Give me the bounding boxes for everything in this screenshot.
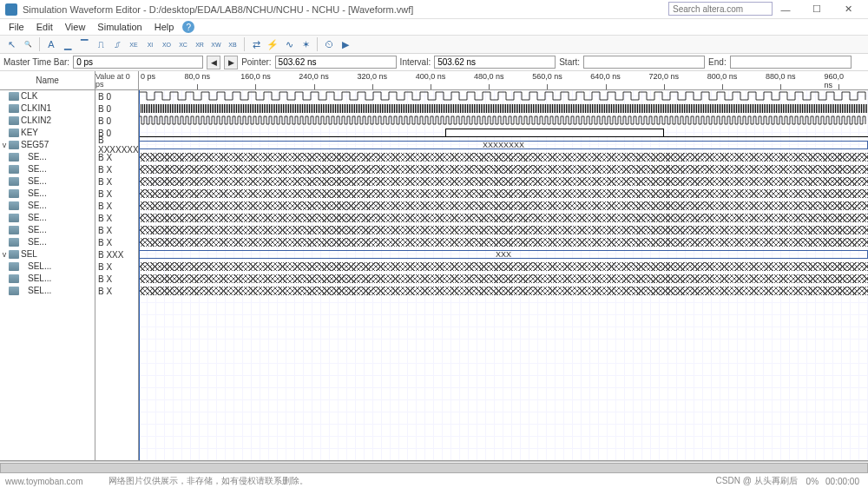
toolbar-rand1-icon[interactable]: ⚡ [265, 36, 280, 52]
signal-name: SEG57 [21, 140, 95, 149]
close-button[interactable]: ✕ [833, 2, 863, 17]
toolbar-rand2-icon[interactable]: ∿ [281, 36, 297, 52]
toolbar-run-icon[interactable]: ▶ [338, 36, 353, 52]
waveform-row[interactable] [139, 151, 868, 163]
toolbar-wave-a-icon[interactable]: ▁ [60, 36, 76, 52]
signal-row[interactable]: SE... [0, 188, 95, 200]
signal-icon [9, 165, 19, 174]
toolbar-xc-icon[interactable]: XC [175, 36, 191, 52]
toolbar-xb-icon[interactable]: XB [225, 36, 240, 52]
menu-edit[interactable]: Edit [31, 22, 58, 32]
waveform-row[interactable] [139, 115, 868, 127]
time-cursor[interactable] [139, 90, 140, 460]
toolbar-wave-b-icon[interactable]: ▔ [76, 36, 92, 52]
signal-value: B X [95, 175, 138, 188]
signal-value: B 0 [95, 115, 138, 127]
signal-icon [9, 262, 19, 271]
signal-row[interactable]: KEY [0, 127, 95, 139]
start-input[interactable] [583, 56, 705, 69]
toolbar-zoom-icon[interactable]: 🔍 [20, 36, 36, 52]
signal-row[interactable]: SE... [0, 200, 95, 212]
signal-row[interactable]: SE... [0, 163, 95, 175]
signal-name-panel: Name CLKCLKIN1CLKIN2KEYvSEG57SE...SE...S… [0, 71, 95, 460]
master-time-input[interactable] [73, 56, 203, 69]
waveform-row[interactable] [139, 90, 868, 102]
menu-simulation[interactable]: Simulation [92, 22, 147, 32]
menu-file[interactable]: File [3, 22, 30, 32]
toolbar-text-icon[interactable]: A [43, 36, 59, 52]
help-icon[interactable]: ? [182, 21, 194, 33]
waveform-row[interactable] [139, 200, 868, 212]
signal-row[interactable]: SEL... [0, 273, 95, 285]
signal-row[interactable]: SE... [0, 236, 95, 248]
waveform-row[interactable] [139, 188, 868, 200]
toolbar-invert-icon[interactable]: ⇄ [248, 36, 264, 52]
signal-value: B X [95, 188, 138, 200]
prev-button[interactable]: ◀ [207, 56, 220, 69]
toolbar-xi-icon[interactable]: XI [142, 36, 158, 52]
signal-icon [9, 238, 19, 247]
signal-name: SE... [21, 237, 95, 247]
waveform-row[interactable] [139, 102, 868, 115]
toolbar-clock-icon[interactable]: ⏲ [321, 36, 337, 52]
toolbar-rand3-icon[interactable]: ✶ [298, 36, 313, 52]
interval-input[interactable] [434, 56, 556, 69]
waveform-row[interactable] [139, 285, 868, 297]
horizontal-scrollbar[interactable] [0, 461, 868, 473]
pointer-label: Pointer: [241, 57, 271, 67]
signal-name: SE... [21, 188, 95, 198]
expand-icon[interactable]: v [0, 141, 9, 149]
waveform-row[interactable] [139, 260, 868, 273]
next-button[interactable]: ▶ [224, 56, 238, 69]
watermark-url: www.toymoban.com [5, 477, 82, 486]
toolbar-cursor-icon[interactable]: ↖ [3, 36, 19, 52]
signal-row[interactable]: SE... [0, 151, 95, 163]
toolbar-wave-over-icon[interactable]: ⎍ [93, 36, 108, 52]
signal-row[interactable]: CLKIN1 [0, 102, 95, 115]
waveform-row[interactable] [139, 163, 868, 175]
signal-row[interactable]: SE... [0, 224, 95, 236]
end-input[interactable] [730, 56, 852, 69]
waveform-area: Name CLKCLKIN1CLKIN2KEYvSEG57SE...SE...S… [0, 71, 868, 461]
toolbar: ↖🔍A▁▔⎍⎎XEXIXOXCXRXWXB⇄⚡∿✶⏲▶ [0, 35, 868, 54]
ruler-tick: 560,0 ns [532, 72, 562, 81]
expand-icon[interactable]: v [0, 250, 9, 259]
toolbar-xw-icon[interactable]: XW [208, 36, 224, 52]
signal-icon [9, 250, 19, 259]
signal-row[interactable]: SE... [0, 175, 95, 188]
signal-value: B X [95, 224, 138, 236]
waveform-panel[interactable]: 0 ps80,0 ns160,0 ns240,0 ns320,0 ns400,0… [139, 71, 868, 460]
waveform-row[interactable] [139, 175, 868, 188]
menu-help[interactable]: Help [149, 22, 180, 32]
pointer-input[interactable] [275, 56, 397, 69]
master-time-label: Master Time Bar: [3, 57, 69, 67]
signal-row[interactable]: vSEL [0, 248, 95, 260]
search-input[interactable] [668, 2, 773, 16]
time-ruler[interactable]: 0 ps80,0 ns160,0 ns240,0 ns320,0 ns400,0… [139, 71, 868, 90]
waveform-row[interactable] [139, 236, 868, 248]
signal-row[interactable]: SE... [0, 212, 95, 224]
waveform-row[interactable]: XXX [139, 248, 868, 260]
toolbar-xe-icon[interactable]: XE [126, 36, 141, 52]
menu-view[interactable]: View [60, 22, 91, 32]
maximize-button[interactable]: ☐ [802, 2, 832, 17]
waveform-row[interactable]: XXXXXXXX [139, 139, 868, 151]
signal-row[interactable]: vSEG57 [0, 139, 95, 151]
waveform-row[interactable] [139, 273, 868, 285]
toolbar-wave-under-icon[interactable]: ⎎ [109, 36, 125, 52]
waveform-row[interactable] [139, 127, 868, 139]
signal-row[interactable]: SEL... [0, 285, 95, 297]
signal-row[interactable]: CLKIN2 [0, 115, 95, 127]
progress-percent: 0% [806, 477, 819, 486]
signal-row[interactable]: SEL... [0, 260, 95, 273]
toolbar-xr-icon[interactable]: XR [192, 36, 207, 52]
signal-name: SE... [21, 201, 95, 210]
signal-row[interactable]: CLK [0, 90, 95, 102]
signal-value: B X [95, 200, 138, 212]
waveform-row[interactable] [139, 212, 868, 224]
waveform-row[interactable] [139, 224, 868, 236]
signal-name: CLKIN2 [21, 115, 95, 125]
name-header: Name [0, 71, 95, 90]
toolbar-xo-icon[interactable]: XO [159, 36, 174, 52]
minimize-button[interactable]: — [771, 2, 800, 17]
